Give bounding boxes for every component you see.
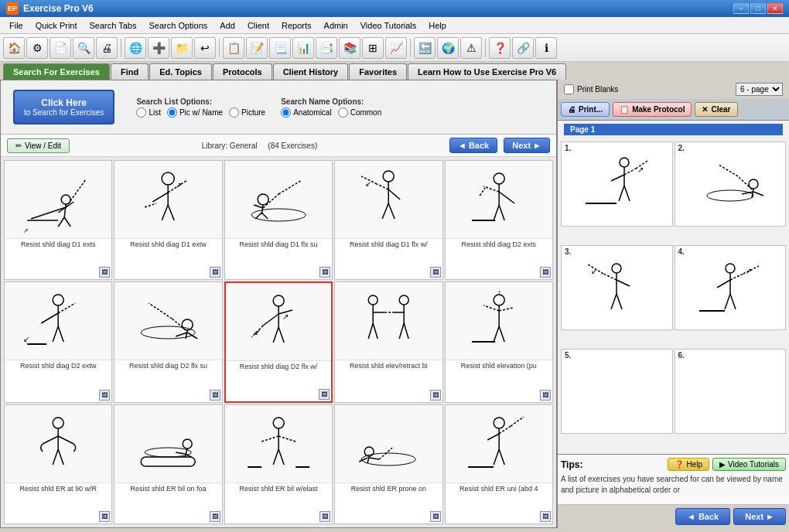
menu-searchtabs[interactable]: Search Tabs [84,19,143,32]
exercise-item[interactable]: 🖼 Resist shld ER prone on [334,404,442,524]
make-protocol-button[interactable]: 📋 Make Protocol [613,102,692,117]
toolbar-doc3[interactable]: 📃 [269,37,291,59]
exercise-item[interactable]: 🖼 Resist shld diag D2 exts [445,160,553,280]
toolbar-globe2[interactable]: 🔗 [512,37,534,59]
separator-1 [121,39,121,57]
tab-find[interactable]: Find [111,63,149,80]
anatomical-radio[interactable] [281,107,291,118]
exercise-item[interactable]: 🖼 Resist shld ER bil w/elast [224,404,333,524]
exercise-item[interactable]: ↑ 🖼 Resist shld elevation (pu [445,281,553,403]
toolbar-doc1[interactable]: 📋 [223,37,244,59]
exercise-item[interactable]: 🖼 Resist shld ER uni (abd 4 [445,404,553,524]
next-button[interactable]: Next ► [504,138,550,153]
menu-searchoptions[interactable]: Search Options [142,19,213,32]
exercise-item[interactable]: ↗ 🖼 Resist shld diag D1 exts [4,160,112,280]
list-option-picname[interactable]: Pic w/ Name [167,107,223,118]
exercise-item[interactable]: 🖼 Resist shld diag D1 flx su [224,160,333,280]
print-button[interactable]: 🖨 Print... [561,102,610,117]
svg-point-93 [183,439,193,448]
svg-point-42 [53,295,63,305]
svg-line-113 [499,426,511,434]
video-tutorials-button[interactable]: ▶ Video Tutorials [712,458,786,471]
help-button[interactable]: ❓ Help [668,458,709,471]
toolbar-doc2[interactable]: 📝 [246,37,268,59]
tab-client-history[interactable]: Client History [273,63,349,80]
menu-quickprint[interactable]: Quick Print [29,19,84,32]
toolbar-back-nav[interactable]: 🔙 [414,37,435,59]
print-blanks-label[interactable]: Print Blanks [564,84,618,94]
toolbar-add[interactable]: ➕ [148,37,169,59]
menu-help[interactable]: Help [422,19,453,32]
tab-search-exercises[interactable]: Search For Exercises [3,63,110,80]
click-here-button[interactable]: Click Here to Search for Exercises [13,90,114,124]
toolbar-alert[interactable]: ⚠ [460,37,482,59]
toolbar-book[interactable]: 📚 [339,37,360,59]
protocol-cell-6[interactable]: 6. [675,349,787,434]
protocol-cell-4[interactable]: 4. ↗ [675,245,787,330]
tab-learn[interactable]: Learn How to Use Exercise Pro V6 [408,63,566,80]
toolbar-print[interactable]: 🖨 [96,37,118,59]
exercise-figure [5,409,111,479]
bottom-back-button[interactable]: ◄ Back [675,508,730,525]
menu-videotutorials[interactable]: Video Tutorials [354,19,423,32]
protocol-cell-2[interactable]: 2. [675,142,787,227]
exercise-item[interactable]: ↙ 🖼 Resist shld diag D1 flx w/ [334,160,442,280]
menu-reports[interactable]: Reports [275,19,318,32]
menu-admin[interactable]: Admin [318,19,354,32]
toolbar-info[interactable]: ℹ [535,37,557,59]
name-option-anatomical[interactable]: Anatomical [281,107,331,118]
exercise-item[interactable]: 🖼 Resist shld ER at 90 w/R [4,404,112,524]
clear-button[interactable]: ✕ Clear [695,102,737,117]
toolbar-help[interactable]: ❓ [489,37,511,59]
exercise-item[interactable]: 🖼 Resist shld ER bil on foa [114,404,222,524]
svg-line-74 [399,323,404,339]
protocol-cell-5[interactable]: 5. [561,349,673,434]
common-radio[interactable] [338,107,348,118]
exercise-label: Resist shld ER bil w/elast [225,483,332,494]
menu-add[interactable]: Add [213,19,241,32]
print-blanks-checkbox[interactable] [564,84,574,94]
tab-protocols[interactable]: Protocols [213,63,272,80]
tab-favorites[interactable]: Favorites [349,63,407,80]
toolbar-settings[interactable]: ⚙ [26,37,48,59]
exercise-item[interactable]: 🖼 Resist shld elev/retract bi [334,281,442,403]
svg-line-70 [373,323,377,339]
picture-radio[interactable] [229,107,239,118]
close-button[interactable]: ✕ [767,3,783,14]
name-options-section: Search Name Options: Anatomical Common [281,97,381,118]
toolbar-grid[interactable]: ⊞ [362,37,384,59]
exercise-item-selected[interactable]: ↙ ↗ 🖼 Resist shld diag D2 flx w/ [224,281,333,403]
toolbar-doc4[interactable]: 📊 [292,37,314,59]
toolbar-home[interactable]: 🏠 [3,37,25,59]
back-button[interactable]: ◄ Back [449,138,497,153]
svg-text:↗: ↗ [637,165,644,174]
view-edit-button[interactable]: ✏ View / Edit [7,138,70,153]
toolbar-globe[interactable]: 🌐 [125,37,146,59]
menu-client[interactable]: Client [241,19,275,32]
minimize-button[interactable]: − [733,3,749,14]
exercise-item[interactable]: ↗ 🖼 Resist shld diag D1 extw [114,160,222,280]
toolbar-file[interactable]: 📄 [50,37,71,59]
exercise-item[interactable]: ↙ 🖼 Resist shld diag D2 extw [4,281,112,403]
exercise-item[interactable]: 🖼 Resist shld diag D2 flx su [114,281,222,403]
toolbar-doc5[interactable]: 📑 [316,37,337,59]
exercise-toolbar: ✏ View / Edit Library: General (84 Exerc… [1,135,556,157]
bottom-next-button[interactable]: Next ► [733,508,786,525]
page-count-select[interactable]: 6 - page 4 - page 3 - page 2 - page 1 - … [736,83,783,96]
toolbar-web[interactable]: 🌍 [437,37,459,59]
toolbar-chart[interactable]: 📈 [385,37,407,59]
toolbar-folder[interactable]: 📁 [171,37,193,59]
list-option-picture[interactable]: Picture [229,107,265,118]
maximize-button[interactable]: □ [750,3,766,14]
protocol-cell-1[interactable]: 1. ↗ [561,142,673,227]
name-option-common[interactable]: Common [338,107,382,118]
list-radio[interactable] [136,107,146,118]
menu-file[interactable]: File [3,19,29,32]
tab-ed-topics[interactable]: Ed. Topics [149,63,212,80]
list-option-list[interactable]: List [136,107,161,118]
picname-radio[interactable] [167,107,177,118]
toolbar-search[interactable]: 🔍 [73,37,94,59]
svg-line-21 [255,213,261,219]
toolbar-refresh[interactable]: ↩ [194,37,216,59]
protocol-cell-3[interactable]: 3. ↙ [561,245,673,330]
